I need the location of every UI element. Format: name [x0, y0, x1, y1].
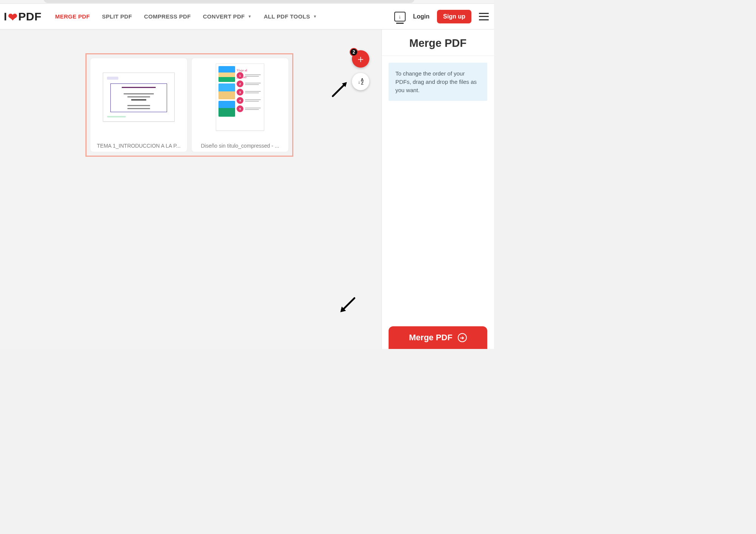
file-label: Diseño sin titulo_compressed - ... [201, 143, 279, 149]
nav-compress-pdf[interactable]: COMPRESS PDF [144, 13, 191, 20]
work-area[interactable]: TEMA 1_INTRODUCCION A LA P... Viaje al p… [0, 29, 381, 349]
heart-icon: ❤ [8, 11, 18, 24]
info-box: To change the order of your PDFs, drag a… [389, 63, 487, 101]
login-link[interactable]: Login [413, 13, 430, 20]
annotation-arrow-icon [337, 295, 358, 316]
nav-all-pdf-tools[interactable]: ALL PDF TOOLS ▼ [264, 13, 317, 20]
nav-split-pdf[interactable]: SPLIT PDF [102, 13, 132, 20]
plus-icon: ＋ [356, 54, 366, 64]
url-pill [43, 0, 415, 3]
merge-button-label: Merge PDF [409, 333, 452, 343]
side-panel: Merge PDF To change the order of your PD… [381, 29, 494, 349]
floating-actions: 2 ＋ ↓AZ [352, 50, 369, 90]
svg-line-2 [342, 298, 355, 310]
brand-logo[interactable]: I ❤ PDF [4, 10, 42, 23]
annotation-arrow-icon [329, 79, 350, 100]
download-desktop-icon[interactable]: ↓ [394, 12, 406, 22]
file-count-badge: 2 [350, 48, 358, 56]
divider [382, 56, 494, 56]
download-arrow-icon: ↓ [398, 14, 401, 20]
main-nav: MERGE PDF SPLIT PDF COMPRESS PDF CONVERT… [55, 13, 317, 20]
nav-all-label: ALL PDF TOOLS [264, 13, 310, 20]
brand-right: PDF [18, 10, 42, 23]
file-preview [96, 63, 182, 131]
merge-pdf-button[interactable]: Merge PDF ➔ [389, 326, 487, 349]
page-preview-landscape [103, 73, 175, 122]
sort-az-button[interactable]: ↓AZ [352, 73, 369, 90]
site-header: I ❤ PDF MERGE PDF SPLIT PDF COMPRESS PDF… [0, 4, 494, 29]
nav-convert-label: CONVERT PDF [203, 13, 245, 20]
main-layout: TEMA 1_INTRODUCCION A LA P... Viaje al p… [0, 29, 494, 349]
hamburger-menu-icon[interactable] [479, 13, 489, 20]
svg-marker-1 [342, 82, 347, 87]
arrow-right-circle-icon: ➔ [458, 333, 467, 342]
page-preview-portrait: Viaje al paraíso 1 2 3 4 5 [216, 63, 264, 131]
chevron-down-icon: ▼ [313, 14, 317, 19]
file-label: TEMA 1_INTRODUCCION A LA P... [97, 143, 180, 149]
file-preview: Viaje al paraíso 1 2 3 4 5 [197, 63, 283, 131]
files-selection-box: TEMA 1_INTRODUCCION A LA P... Viaje al p… [85, 53, 293, 157]
nav-convert-pdf[interactable]: CONVERT PDF ▼ [203, 13, 252, 20]
header-right: ↓ Login Sign up [394, 10, 489, 23]
svg-marker-3 [340, 307, 346, 312]
brand-left: I [4, 10, 7, 23]
file-thumbnail-card[interactable]: TEMA 1_INTRODUCCION A LA P... [90, 58, 187, 152]
panel-title: Merge PDF [382, 29, 494, 56]
svg-line-0 [333, 83, 345, 96]
sort-az-icon: ↓AZ [358, 78, 363, 85]
chevron-down-icon: ▼ [248, 14, 252, 19]
nav-merge-pdf[interactable]: MERGE PDF [55, 13, 90, 20]
add-file-button[interactable]: 2 ＋ [352, 50, 369, 68]
browser-url-bar [0, 0, 494, 4]
file-thumbnail-card[interactable]: Viaje al paraíso 1 2 3 4 5 Diseño sin ti… [192, 58, 288, 152]
signup-button[interactable]: Sign up [437, 10, 471, 23]
